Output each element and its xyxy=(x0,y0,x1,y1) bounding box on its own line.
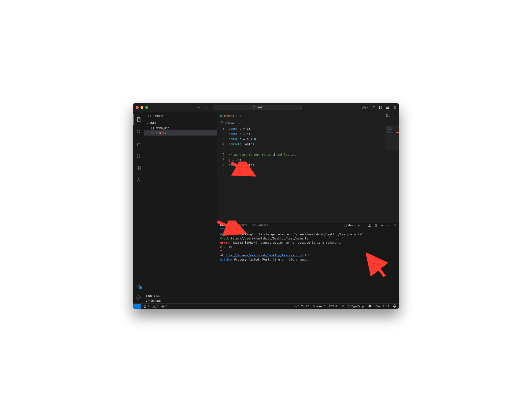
vscode-window: ← → test xyxy=(133,103,399,309)
activity-run-debug[interactable] xyxy=(133,150,144,161)
svg-rect-20 xyxy=(139,167,141,168)
chevron-right-icon: › xyxy=(146,294,147,298)
timeline-section[interactable]: › TIMELINE xyxy=(144,298,217,303)
editor[interactable]: 1 2 3 4 5 6 7 8 9 const a = 3; const b =… xyxy=(217,125,399,221)
status-encoding[interactable]: UTF-8 xyxy=(329,305,337,308)
file-main-ts[interactable]: TS main.ts 1 xyxy=(144,130,217,136)
new-terminal-icon[interactable]: ＋ xyxy=(357,224,360,227)
status-lang[interactable]: { } TypeScript xyxy=(348,305,365,308)
outline-section[interactable]: › OUTLINE xyxy=(144,293,217,298)
panel-tab-terminal[interactable]: TERMINAL xyxy=(220,224,234,229)
chevron-right-icon: › xyxy=(146,300,147,303)
sidebar: EXPLORER ⋯ ⌄ TEST { } deno.json TS main.… xyxy=(144,112,217,303)
more-actions-icon[interactable]: ⋯ xyxy=(392,114,396,118)
status-errors[interactable]: 1 xyxy=(143,305,149,308)
project-folder[interactable]: ⌄ TEST xyxy=(144,120,217,125)
toggle-panel-left-icon[interactable] xyxy=(378,106,382,109)
svg-point-13 xyxy=(137,142,138,143)
svg-rect-4 xyxy=(372,108,373,109)
maximize-window-button[interactable] xyxy=(145,106,148,109)
json-icon: { } xyxy=(151,126,154,130)
sidebar-title: EXPLORER xyxy=(148,115,163,118)
accounts-badge: 1 xyxy=(139,286,142,289)
status-left: 1 0 0 xyxy=(141,305,167,308)
status-copilot-icon[interactable] xyxy=(368,304,372,308)
svg-rect-2 xyxy=(372,106,373,107)
breadcrumb[interactable]: TS main.ts › ... xyxy=(217,120,399,125)
status-warnings[interactable]: 0 xyxy=(152,305,158,308)
tab-actions: ⋯ xyxy=(386,112,399,120)
maximize-panel-icon[interactable] xyxy=(387,223,391,228)
terminal-dropdown-icon[interactable]: ⌄ xyxy=(363,224,365,227)
activity-testing[interactable] xyxy=(133,175,144,186)
panel: TERMINAL PORTS COMMENTS deno ＋ ⌄ xyxy=(217,221,399,303)
close-panel-icon[interactable]: ✕ xyxy=(394,224,396,227)
toggle-panel-bottom-icon[interactable] xyxy=(385,106,389,109)
panel-tab-comments[interactable]: COMMENTS xyxy=(252,224,268,227)
file-deno-json[interactable]: { } deno.json xyxy=(144,125,217,130)
activity-accounts[interactable]: 1 xyxy=(133,280,144,291)
sidebar-more-icon[interactable]: ⋯ xyxy=(209,114,213,118)
main: TS main.ts 1 ✕ ⋯ TS main.ts › ... xyxy=(217,112,399,303)
file-error-count: 1 xyxy=(212,131,214,135)
activity-extensions[interactable] xyxy=(133,162,144,174)
status-deno[interactable]: Deno 2.1.4 xyxy=(375,305,389,308)
svg-rect-6 xyxy=(379,106,380,109)
kill-terminal-icon[interactable] xyxy=(374,223,378,228)
split-editor-icon[interactable] xyxy=(386,113,390,118)
svg-rect-9 xyxy=(393,106,396,109)
chevron-down-icon: ⌄ xyxy=(146,121,149,124)
body: 1 EXPLORER ⋯ ⌄ TEST { } deno.json TS mai… xyxy=(133,112,399,303)
copilot-icon[interactable] xyxy=(362,106,368,109)
status-notifications-icon[interactable] xyxy=(393,304,396,308)
svg-rect-8 xyxy=(386,108,389,109)
toggle-panel-right-icon[interactable] xyxy=(392,106,396,109)
svg-point-0 xyxy=(253,106,255,108)
split-terminal-icon[interactable] xyxy=(368,223,371,228)
activity-explorer[interactable] xyxy=(133,114,144,125)
status-bar: 1 0 0 Ln 6, Col 26 Spaces: 4 UTF-8 LF { … xyxy=(133,303,399,309)
svg-line-12 xyxy=(140,132,141,133)
terminal-output[interactable]: Watcher Restarting! File change detected… xyxy=(217,229,399,303)
svg-rect-19 xyxy=(139,168,141,170)
tab-close-icon[interactable]: ✕ xyxy=(239,114,242,118)
svg-rect-3 xyxy=(373,106,375,107)
svg-line-1 xyxy=(255,108,256,109)
svg-point-11 xyxy=(137,130,140,133)
activity-settings[interactable] xyxy=(133,292,144,303)
svg-point-15 xyxy=(139,143,140,144)
activity-bar: 1 xyxy=(133,112,144,303)
svg-point-22 xyxy=(138,297,139,299)
svg-point-21 xyxy=(138,284,140,286)
minimize-window-button[interactable] xyxy=(141,106,143,109)
search-input[interactable]: test xyxy=(213,105,302,110)
minimap[interactable] xyxy=(385,125,399,221)
ts-icon: TS xyxy=(220,115,223,117)
svg-rect-17 xyxy=(137,167,139,168)
status-indent[interactable]: Spaces: 4 xyxy=(313,305,325,308)
more-icon[interactable]: ⋯ xyxy=(381,223,384,228)
nav-forward-icon[interactable]: → xyxy=(204,105,208,110)
panel-tab-ports[interactable]: PORTS xyxy=(238,224,248,227)
remote-indicator[interactable] xyxy=(133,304,141,309)
status-eol[interactable]: LF xyxy=(341,305,344,308)
search-text: test xyxy=(257,106,262,109)
status-right: Ln 6, Col 26 Spaces: 4 UTF-8 LF { } Type… xyxy=(294,304,396,308)
close-window-button[interactable] xyxy=(136,106,139,109)
titlebar-right xyxy=(362,106,396,109)
traffic-lights xyxy=(136,106,148,109)
activity-source-control[interactable] xyxy=(133,138,144,149)
activity-search[interactable] xyxy=(133,126,144,137)
nav-back-icon[interactable]: ← xyxy=(197,105,200,110)
titlebar: ← → test xyxy=(133,103,399,112)
sidebar-header: EXPLORER ⋯ xyxy=(144,112,217,120)
panel-tabs: TERMINAL PORTS COMMENTS deno ＋ ⌄ xyxy=(217,222,399,229)
terminal-cursor xyxy=(220,262,222,265)
svg-point-33 xyxy=(154,307,154,307)
status-cursor-pos[interactable]: Ln 6, Col 26 xyxy=(294,305,309,308)
layout-customize-icon[interactable] xyxy=(371,106,375,109)
status-ports[interactable]: 0 xyxy=(161,305,167,308)
terminal-profile[interactable]: deno xyxy=(343,224,354,227)
tab-main-ts[interactable]: TS main.ts 1 ✕ xyxy=(217,112,245,120)
nav-arrows: ← → xyxy=(197,105,208,110)
